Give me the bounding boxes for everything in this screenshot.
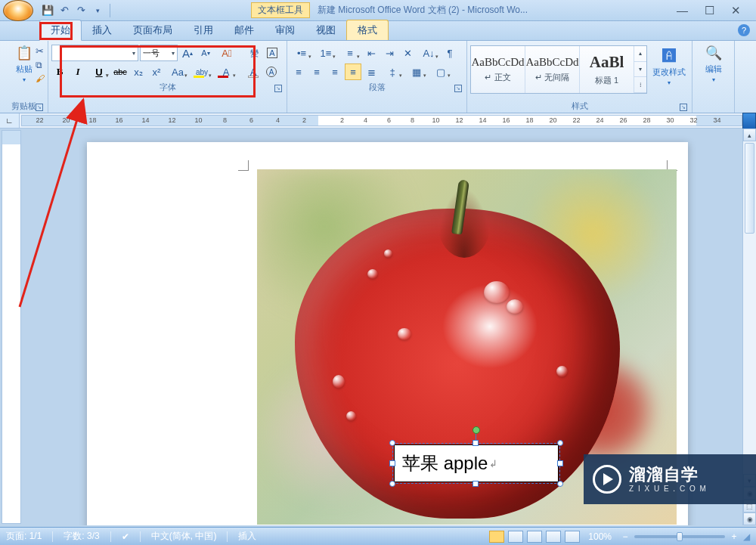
resize-handle[interactable] [389,440,395,446]
clear-format-button[interactable]: A⃠ [215,45,238,61]
style-up-icon[interactable]: ▴ [634,46,646,62]
zoom-thumb[interactable] [677,532,683,541]
resize-handle[interactable] [472,481,479,487]
status-words[interactable]: 字数: 3/3 [64,530,99,543]
multilevel-button[interactable]: ≡▾ [339,45,361,61]
font-size-combo[interactable]: 一号▾ [140,45,178,61]
save-icon[interactable]: 💾 [41,4,54,17]
help-icon[interactable]: ? [738,24,750,36]
style-down-icon[interactable]: ▾ [634,62,646,78]
tab-insert[interactable]: 插入 [82,20,122,40]
resize-handle[interactable] [472,440,479,446]
font-color-button[interactable]: A▾ [215,63,237,80]
tab-format[interactable]: 格式 [346,20,389,40]
change-styles-button[interactable]: 🅰 更改样式 ▾ [649,45,689,88]
launcher-icon[interactable]: ↘ [454,85,462,92]
view-draft-button[interactable] [565,531,580,543]
tab-view[interactable]: 视图 [305,20,346,40]
zoom-out-button[interactable]: − [620,531,631,542]
rotate-handle[interactable] [472,426,480,434]
view-fullread-button[interactable] [508,531,523,543]
asian-layout-button[interactable]: ✕ [399,45,416,61]
highlight-button[interactable]: aby▾ [191,63,213,80]
launcher-icon[interactable]: ↘ [274,85,282,92]
line-spacing-button[interactable]: ‡▾ [381,63,404,80]
cut-icon[interactable]: ✂ [36,45,45,57]
tab-layout[interactable]: 页面布局 [122,20,183,40]
browse-next-icon[interactable]: ◉ [743,512,756,525]
char-border-button[interactable]: A [264,45,280,61]
align-center-button[interactable]: ≡ [308,63,325,80]
indent-dec-button[interactable]: ⇤ [363,45,380,61]
subscript-button[interactable]: x₂ [130,63,147,80]
bullets-button[interactable]: •≡▾ [290,45,313,61]
resize-handle[interactable] [389,481,395,487]
maximize-icon[interactable]: ☐ [705,4,714,17]
resize-handle[interactable] [557,440,563,446]
status-proof-icon[interactable]: ✔ [122,531,129,542]
enclose-char-button[interactable]: A [263,63,280,80]
view-print-button[interactable] [489,531,504,543]
align-left-button[interactable]: ≡ [290,63,307,80]
font-name-combo[interactable]: ▾ [51,45,138,61]
superscript-button[interactable]: x² [148,63,165,80]
style-more-icon[interactable]: ⁞ [634,77,646,93]
tab-selector[interactable]: ∟ [0,113,20,128]
phonetic-button[interactable]: 變 [246,45,262,61]
redo-icon[interactable]: ↷ [74,4,88,17]
resize-handle[interactable] [557,481,563,487]
status-language[interactable]: 中文(简体, 中国) [151,530,217,543]
scroll-up-icon[interactable]: ▴ [743,129,756,141]
minimize-icon[interactable]: — [677,4,688,17]
borders-button[interactable]: ▢▾ [429,63,452,80]
numbering-button[interactable]: 1≡▾ [314,45,337,61]
tab-references[interactable]: 引用 [183,20,224,40]
align-right-button[interactable]: ≡ [327,63,343,80]
tab-review[interactable]: 审阅 [265,20,305,40]
format-painter-icon[interactable]: 🖌 [36,73,45,84]
change-case-button[interactable]: Aa▾ [166,63,189,80]
resize-handle[interactable] [557,460,563,466]
zoom-slider[interactable] [634,535,725,538]
zoom-in-button[interactable]: + [729,531,739,542]
bold-button[interactable]: B [51,63,68,80]
resize-handle[interactable] [389,460,395,466]
vertical-ruler[interactable] [2,130,21,524]
align-justify-button[interactable]: ≡ [345,63,361,80]
view-outline-button[interactable] [546,531,561,543]
sort-button[interactable]: A↓▾ [417,45,440,61]
grow-font-button[interactable]: A▴ [179,45,196,61]
group-label-clipboard: 剪贴板↘ [3,99,45,113]
distributed-button[interactable]: ≣ [363,63,380,80]
paste-button[interactable]: 📋 粘贴 ▾ [12,42,36,85]
launcher-icon[interactable]: ↘ [36,104,43,111]
ribbon: 📋 粘贴 ▾ ✂ ⧉ 🖌 剪贴板↘ ▾ 一号▾ A▴ A▾ A⃠ 變 A [0,41,756,113]
launcher-icon[interactable]: ↘ [680,104,687,111]
shrink-font-button[interactable]: A▾ [197,45,214,61]
italic-button[interactable]: I [70,63,86,80]
shading-button[interactable]: ▦▾ [405,63,428,80]
qat-more-icon[interactable]: ▾ [91,4,104,17]
copy-icon[interactable]: ⧉ [36,60,45,70]
zoom-level[interactable]: 100% [588,531,612,542]
close-icon[interactable]: ✕ [731,4,741,17]
style-gallery[interactable]: AaBbCcDd↵ 正文 AaBbCcDd↵ 无间隔 AaBl标题 1 ▴▾⁞ [470,45,647,94]
ruler-toggle-button[interactable] [742,113,756,129]
show-marks-button[interactable]: ¶ [442,45,458,61]
office-button[interactable] [3,0,33,21]
status-mode[interactable]: 插入 [238,530,256,543]
horizontal-ruler-row: ∟ 222018161412108642 2468101214161820222… [0,113,756,129]
underline-button[interactable]: U▾ [88,63,110,80]
strike-button[interactable]: abc [112,63,129,80]
scroll-thumb[interactable] [745,143,754,234]
tab-home[interactable]: 开始 [39,20,82,41]
indent-inc-button[interactable]: ⇥ [381,45,398,61]
undo-icon[interactable]: ↶ [57,4,71,17]
find-button[interactable]: 🔍 编辑 ▾ [702,42,726,85]
tab-mailings[interactable]: 邮件 [224,20,265,40]
view-web-button[interactable] [527,531,542,543]
status-page[interactable]: 页面: 1/1 [6,530,42,543]
resize-grip-icon[interactable]: ◢ [743,531,750,542]
char-shading-button[interactable]: A [245,63,262,80]
horizontal-ruler[interactable]: 222018161412108642 246810121416182022242… [21,115,742,126]
